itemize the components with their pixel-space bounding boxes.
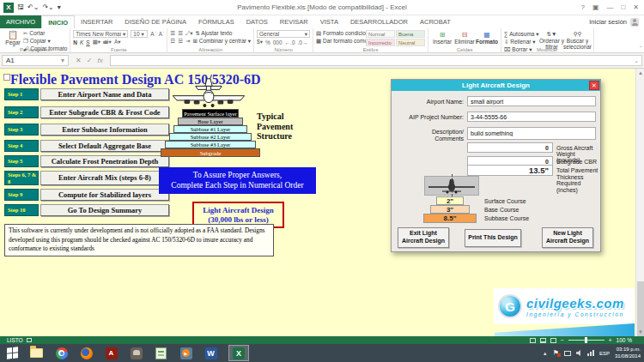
- insert-cells-button[interactable]: ⊞ Insertar: [431, 29, 453, 45]
- conditional-format-button[interactable]: ▤ Formato condicional: [316, 30, 366, 37]
- aip-number-input[interactable]: [467, 112, 596, 122]
- cut-button[interactable]: ✂ Cortar: [23, 30, 67, 37]
- currency-icon[interactable]: $▾: [257, 39, 263, 45]
- step-4-button[interactable]: Select Default Aggregate Base: [40, 140, 169, 152]
- cancel-entry-icon[interactable]: ✕: [76, 57, 82, 64]
- display-tray-icon[interactable]: [564, 351, 571, 356]
- font-name-select[interactable]: Times New Roman▾: [73, 30, 128, 38]
- bold-button[interactable]: N: [73, 39, 77, 45]
- tab-desarrollador[interactable]: DESARROLLADOR: [344, 15, 414, 28]
- zoom-slider-thumb[interactable]: [585, 337, 587, 343]
- notes-app-icon[interactable]: [154, 346, 168, 360]
- language-indicator[interactable]: ESP: [599, 351, 610, 356]
- start-button[interactable]: [0, 344, 24, 362]
- insert-function-icon[interactable]: fx: [97, 57, 102, 64]
- cell-styles-gallery[interactable]: Normal Buena Incorrecto Neutral: [366, 30, 425, 45]
- new-light-design-button[interactable]: New Light Aircraft Design: [542, 227, 593, 248]
- description-input[interactable]: [467, 127, 596, 140]
- page-layout-view-icon[interactable]: [540, 338, 546, 343]
- tab-vista[interactable]: VISTA: [314, 15, 344, 28]
- minimize-icon[interactable]: —: [606, 3, 613, 11]
- gross-weight-value[interactable]: 0: [467, 142, 553, 153]
- underline-button[interactable]: S: [86, 39, 89, 45]
- fill-button[interactable]: ⇩ Rellenar ▾: [504, 39, 538, 45]
- normal-view-icon[interactable]: [530, 338, 536, 343]
- step-5-button[interactable]: Calculate Frost Penetration Depth: [40, 155, 169, 167]
- enter-entry-icon[interactable]: ✓: [87, 57, 93, 64]
- save-icon[interactable]: 🖫: [17, 3, 24, 11]
- tab-formulas[interactable]: FÓRMULAS: [192, 15, 240, 28]
- tab-revisar[interactable]: REVISAR: [274, 15, 314, 28]
- step-10-button[interactable]: Go To Design Summary: [40, 204, 169, 216]
- indent-icon[interactable]: ⇥: [185, 38, 190, 45]
- tab-archivo[interactable]: ARCHIVO: [0, 15, 41, 28]
- tab-datos[interactable]: DATOS: [240, 15, 274, 28]
- copy-button[interactable]: ❐ Copiar ▾: [23, 38, 67, 45]
- step-3-button[interactable]: Enter Subbase Information: [40, 124, 169, 136]
- word-icon[interactable]: W: [204, 346, 218, 360]
- decrease-decimal-icon[interactable]: .0→: [298, 39, 308, 45]
- exit-light-design-button[interactable]: Exit Light Aircraft Design: [398, 227, 449, 248]
- tab-diseno-pagina[interactable]: DISEÑO DE PÁGINA: [118, 15, 192, 28]
- align-top-icon[interactable]: ☰: [170, 30, 175, 37]
- autosum-button[interactable]: ∑ Autosuma ▾: [504, 31, 538, 38]
- name-box[interactable]: A1 ▾: [2, 55, 69, 66]
- zoom-out-icon[interactable]: −: [561, 337, 564, 343]
- scroll-up-icon[interactable]: ▲: [636, 69, 644, 77]
- vertical-scrollbar[interactable]: ▲ ▼: [635, 69, 644, 336]
- image-editor-icon[interactable]: [129, 346, 143, 360]
- page-break-view-icon[interactable]: [550, 338, 556, 343]
- excel-taskbar-icon[interactable]: X: [228, 345, 249, 361]
- macro-record-icon[interactable]: [27, 338, 32, 342]
- dialog-close-icon[interactable]: ✕: [589, 81, 599, 90]
- sort-filter-button[interactable]: ⇅▼ Ordenar y filtrar: [539, 29, 565, 45]
- align-left-icon[interactable]: ☲: [170, 38, 175, 45]
- namebox-dropdown-icon[interactable]: ▾: [61, 57, 64, 64]
- align-center-icon[interactable]: ☱: [178, 38, 183, 45]
- undo-icon[interactable]: ↶⌄: [27, 3, 39, 11]
- percent-icon[interactable]: %: [265, 39, 270, 45]
- media-player-icon[interactable]: ▶: [179, 346, 193, 360]
- delete-cells-button[interactable]: ⊟ Eliminar: [453, 29, 476, 45]
- formula-input[interactable]: ⌄: [110, 55, 642, 66]
- close-icon[interactable]: ✕: [633, 3, 639, 11]
- font-color-icon[interactable]: A▾: [114, 39, 121, 45]
- scroll-down-icon[interactable]: ▼: [636, 328, 644, 336]
- tab-insertar[interactable]: INSERTAR: [75, 15, 118, 28]
- find-select-button[interactable]: ⚲⚲ Buscar y seleccionar: [565, 29, 591, 45]
- fill-color-icon[interactable]: 📾▾: [103, 39, 112, 45]
- volume-icon[interactable]: [576, 350, 582, 356]
- airport-name-input[interactable]: [467, 96, 596, 106]
- zoom-slider[interactable]: [568, 340, 605, 341]
- comma-icon[interactable]: 000: [273, 39, 283, 45]
- chrome-icon[interactable]: [54, 346, 69, 360]
- increase-decimal-icon[interactable]: ←.0: [285, 39, 295, 45]
- italic-button[interactable]: K: [80, 39, 83, 45]
- tab-inicio[interactable]: INICIO: [41, 15, 75, 28]
- formula-expand-icon[interactable]: ⌄: [634, 57, 639, 64]
- zoom-in-icon[interactable]: +: [609, 337, 612, 343]
- ribbon-options-icon[interactable]: ▣: [592, 3, 599, 11]
- help-icon[interactable]: ?: [580, 3, 584, 11]
- taskbar-clock[interactable]: 03:19 p.m. 31/08/2014: [615, 347, 641, 360]
- number-format-select[interactable]: General▾: [257, 30, 310, 38]
- customize-qat-icon[interactable]: ▾: [58, 3, 61, 11]
- grow-font-icon[interactable]: Aˊ: [150, 31, 156, 37]
- step-9-button[interactable]: Compute for Stabilized layers: [40, 189, 169, 201]
- borders-icon[interactable]: ▦▾: [93, 39, 100, 45]
- step-1-button[interactable]: Enter Airport Name and Data: [40, 88, 169, 100]
- font-size-select[interactable]: 10▾: [131, 30, 148, 38]
- orientation-icon[interactable]: ⤢▾: [185, 30, 192, 37]
- paste-button[interactable]: 📋 Pegar: [3, 29, 23, 45]
- file-explorer-icon[interactable]: [29, 346, 44, 360]
- action-center-flag-icon[interactable]: ⚑: [553, 349, 559, 357]
- active-cell-marker[interactable]: [3, 74, 10, 81]
- format-cells-button[interactable]: ▦ Formato: [476, 29, 498, 45]
- dialog-title[interactable]: Light Aircraft Design: [392, 80, 600, 91]
- firefox-icon[interactable]: [79, 346, 94, 360]
- restore-icon[interactable]: □: [621, 3, 625, 11]
- sign-in-button[interactable]: Iniciar sesión: [589, 15, 644, 28]
- merge-center-button[interactable]: ⊞ Combinar y centrar ▾: [192, 38, 251, 45]
- network-signal-icon[interactable]: [587, 350, 594, 356]
- format-as-table-button[interactable]: ▦ Dar formato como tabla: [316, 38, 366, 45]
